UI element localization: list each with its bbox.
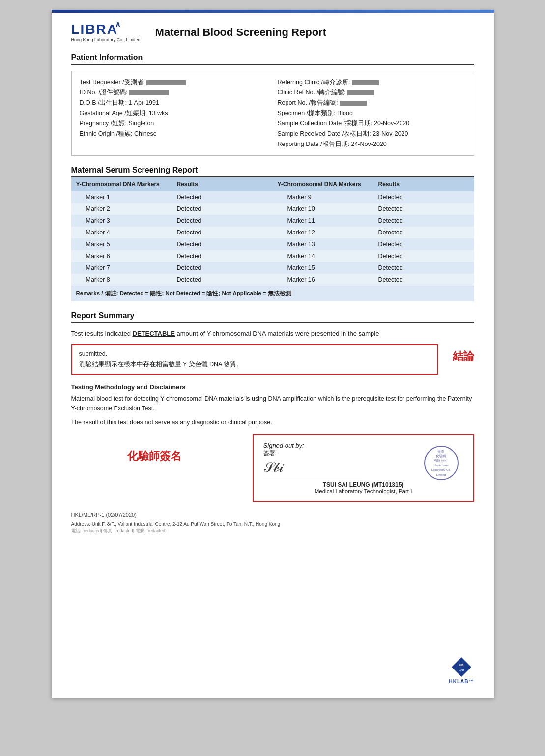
logo-text: LIBR A ∧: [71, 23, 118, 36]
patient-row-clinicref: Clinic Ref No. /轉介編號:: [278, 87, 466, 98]
report-summary: Report Summary Test results indicated DE…: [71, 311, 474, 375]
marker-right-result: Detected: [373, 250, 474, 262]
marker-left-name: Marker 2: [71, 203, 172, 215]
summary-header: Report Summary: [71, 311, 474, 323]
signature-underline: [263, 477, 362, 477]
submitted-box: submitted. 測驗結果顯示在樣本中存在相當數量 Y 染色體 DNA 物質…: [71, 344, 438, 375]
col1-header: Y-Chromosomal DNA Markers: [71, 177, 172, 191]
marker-right-result: Detected: [373, 203, 474, 215]
marker-left-name: Marker 5: [71, 238, 172, 250]
patient-row-pregnancy: Pregnancy /妊娠: Singleton: [80, 118, 268, 129]
signer-title: Medical Laboratory Technologist, Part I: [263, 488, 463, 494]
patient-row-ethnic: Ethnic Origin /種族: Chinese: [80, 129, 268, 139]
report-title: Maternal Blood Screening Report: [155, 26, 326, 39]
marker-right-result: Detected: [373, 274, 474, 286]
stamp-circle: 香港化驗所有限公司Hong KongLaboratory Co.Limited: [424, 446, 459, 480]
svg-marker-0: [452, 657, 471, 677]
patient-left-col: Test Requester /受測者: ID No. /證件號碼: D.O.B…: [80, 77, 268, 149]
stamp-text: 香港化驗所有限公司Hong KongLaboratory Co.Limited: [431, 449, 451, 477]
summary-highlight: DETECTABLE: [133, 330, 175, 337]
submitted-text: submitted.: [79, 349, 430, 359]
patient-row-collection: Sample Collection Date /採樣日期: 20-Nov-202…: [278, 118, 466, 129]
marker-left-result: Detected: [172, 274, 273, 286]
marker-left-result: Detected: [172, 215, 273, 227]
serum-section: Maternal Serum Screening Report Y-Chromo…: [71, 166, 474, 301]
patient-row-id: ID No. /證件號碼:: [80, 87, 268, 98]
marker-left-name: Marker 4: [71, 227, 172, 238]
report-page: LIBR A ∧ Hong Kong Laboratory Co., Limit…: [52, 10, 494, 698]
methodology-title: Testing Methodology and Disclaimers: [71, 383, 474, 391]
col2-header: Results: [172, 177, 273, 191]
signature-box: 香港化驗所有限公司Hong KongLaboratory Co.Limited …: [253, 434, 474, 502]
methodology-section: Testing Methodology and Disclaimers Mate…: [71, 383, 474, 427]
marker-right-name: Marker 15: [273, 262, 373, 274]
footer-contacts: 電話: [redacted] 傳真: [redacted] 電郵: [redac…: [71, 528, 474, 534]
col3-header: Y-Chromosomal DNA Markers: [273, 177, 373, 191]
summary-text: Test results indicated DETECTABLE amount…: [71, 329, 474, 339]
col4-header: Results: [373, 177, 474, 191]
hklab-brand-text: HKLAB™: [449, 679, 474, 684]
methodology-para1: Maternal blood test for detecting Y-chro…: [71, 394, 474, 413]
marker-left-result: Detected: [172, 191, 273, 203]
patient-info-box: Test Requester /受測者: ID No. /證件號碼: D.O.B…: [71, 71, 474, 156]
bottom-section: 化驗師簽名 香港化驗所有限公司Hong KongLaboratory Co.Li…: [71, 434, 474, 502]
footer-address: Address: Unit F, 8/F., Valiant Industria…: [71, 522, 474, 527]
patient-row-received: Sample Received Date /收樣日期: 23-Nov-2020: [278, 129, 466, 139]
footer-doc: HKL/ML/RP-1 (02/07/2020): [71, 512, 474, 518]
marker-right-result: Detected: [373, 227, 474, 238]
redacted-clinic: [352, 80, 379, 85]
patient-row-ga: Gestational Age /妊娠期: 13 wks: [80, 108, 268, 118]
patient-right-col: Referring Clinic /轉介診所: Clinic Ref No. /…: [278, 77, 466, 149]
marker-right-name: Marker 10: [273, 203, 373, 215]
hklab-logo: HK LAB HKLAB™: [449, 656, 474, 684]
marker-left-name: Marker 8: [71, 274, 172, 286]
marker-left-result: Detected: [172, 203, 273, 215]
report-header: LIBR A ∧ Hong Kong Laboratory Co., Limit…: [71, 23, 474, 42]
patient-row-specimen: Specimen /樣本類別: Blood: [278, 108, 466, 118]
logo-area: LIBR A ∧ Hong Kong Laboratory Co., Limit…: [71, 23, 141, 42]
redacted-reportno: [340, 101, 367, 106]
marker-left-name: Marker 1: [71, 191, 172, 203]
marker-right-name: Marker 9: [273, 191, 373, 203]
marker-right-result: Detected: [373, 238, 474, 250]
marker-right-result: Detected: [373, 262, 474, 274]
marker-left-name: Marker 7: [71, 262, 172, 274]
conclusion-label: 結論: [453, 344, 474, 364]
marker-left-name: Marker 6: [71, 250, 172, 262]
svg-text:HK: HK: [459, 663, 464, 667]
patient-row-dob: D.O.B /出生日期: 1-Apr-1991: [80, 98, 268, 108]
patient-row-clinic: Referring Clinic /轉介診所:: [278, 77, 466, 87]
redacted-id: [129, 90, 169, 95]
top-bar: [52, 10, 494, 13]
redacted-clinicref: [347, 90, 374, 95]
signer-name: TSUI SAI LEUNG (MT101315): [263, 481, 463, 488]
patient-row-reporting: Reporting Date /報告日期: 24-Nov-2020: [278, 139, 466, 149]
patient-info-header: Patient Information: [71, 53, 474, 65]
markers-table: Y-Chromosomal DNA Markers Results Y-Chro…: [71, 177, 474, 286]
methodology-para2: The result of this test does not serve a…: [71, 417, 474, 427]
patient-grid: Test Requester /受測者: ID No. /證件號碼: D.O.B…: [80, 77, 466, 149]
marker-left-result: Detected: [172, 238, 273, 250]
redacted-requester: [146, 80, 186, 85]
svg-text:LAB: LAB: [459, 669, 464, 671]
logo-subtitle: Hong Kong Laboratory Co., Limited: [71, 37, 141, 42]
patient-row-reportno: Report No. /報告編號:: [278, 98, 466, 108]
remarks-row: Remarks / 備註: Detected = 陽性; Not Detecte…: [71, 286, 474, 301]
chemist-label: 化驗師簽名: [71, 434, 238, 464]
marker-right-name: Marker 13: [273, 238, 373, 250]
marker-left-result: Detected: [172, 262, 273, 274]
marker-left-name: Marker 3: [71, 215, 172, 227]
marker-right-name: Marker 11: [273, 215, 373, 227]
hklab-diamond-icon: HK LAB: [451, 656, 472, 678]
conclusion-block: submitted. 測驗結果顯示在樣本中存在相當數量 Y 染色體 DNA 物質…: [71, 344, 474, 375]
marker-left-result: Detected: [172, 227, 273, 238]
chinese-result: 測驗結果顯示在樣本中存在相當數量 Y 染色體 DNA 物質。: [79, 359, 430, 370]
marker-right-name: Marker 16: [273, 274, 373, 286]
marker-right-name: Marker 14: [273, 250, 373, 262]
marker-right-name: Marker 12: [273, 227, 373, 238]
serum-section-header: Maternal Serum Screening Report: [71, 166, 474, 177]
marker-right-result: Detected: [373, 191, 474, 203]
marker-left-result: Detected: [172, 250, 273, 262]
marker-right-result: Detected: [373, 215, 474, 227]
patient-row-requester: Test Requester /受測者:: [80, 77, 268, 87]
